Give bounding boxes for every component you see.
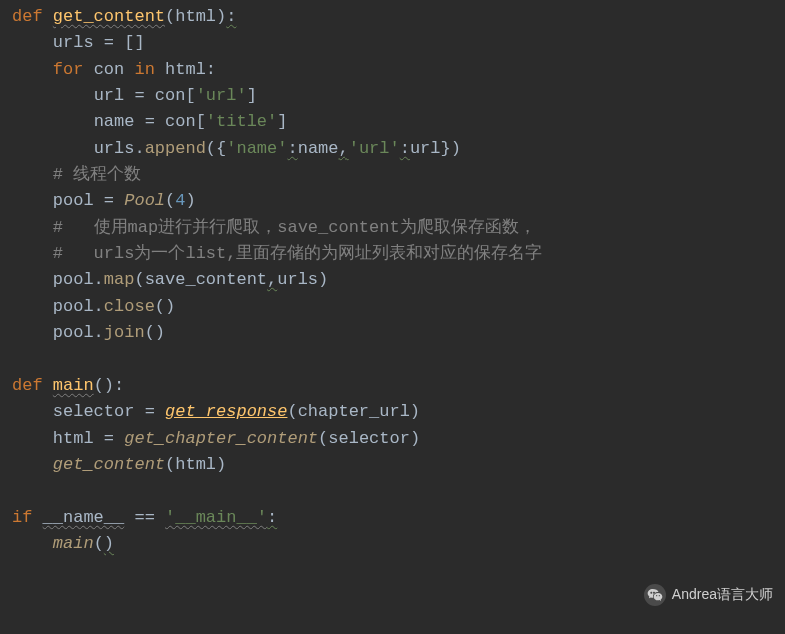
code-line[interactable]: if __name__ == '__main__': — [12, 505, 785, 531]
code-line[interactable]: # urls为一个list,里面存储的为网址列表和对应的保存名字 — [12, 241, 785, 267]
code-line[interactable]: urls = [] — [12, 30, 785, 56]
code-line[interactable]: pool.close() — [12, 294, 785, 320]
code-line[interactable]: # 线程个数 — [12, 162, 785, 188]
code-line[interactable]: urls.append({'name':name,'url':url}) — [12, 136, 785, 162]
code-line[interactable]: pool.join() — [12, 320, 785, 346]
watermark-text: Andrea语言大师 — [672, 584, 773, 606]
code-line[interactable]: def get_content(html): — [12, 4, 785, 30]
code-line[interactable]: html = get_chapter_content(selector) — [12, 426, 785, 452]
code-line[interactable]: # 使用map进行并行爬取，save_content为爬取保存函数， — [12, 215, 785, 241]
code-line[interactable]: pool = Pool(4) — [12, 188, 785, 214]
code-line[interactable]: selector = get_response(chapter_url) — [12, 399, 785, 425]
code-editor[interactable]: def get_content(html): urls = [] for con… — [0, 0, 785, 557]
code-line[interactable]: main() — [12, 531, 785, 557]
code-line[interactable] — [12, 346, 785, 372]
watermark: Andrea语言大师 — [644, 584, 773, 606]
wechat-icon — [644, 584, 666, 606]
code-line[interactable]: url = con['url'] — [12, 83, 785, 109]
code-line[interactable]: name = con['title'] — [12, 109, 785, 135]
code-line[interactable]: pool.map(save_content,urls) — [12, 267, 785, 293]
code-line[interactable]: def main(): — [12, 373, 785, 399]
code-line[interactable]: for con in html: — [12, 57, 785, 83]
code-line[interactable] — [12, 478, 785, 504]
code-line[interactable]: get_content(html) — [12, 452, 785, 478]
